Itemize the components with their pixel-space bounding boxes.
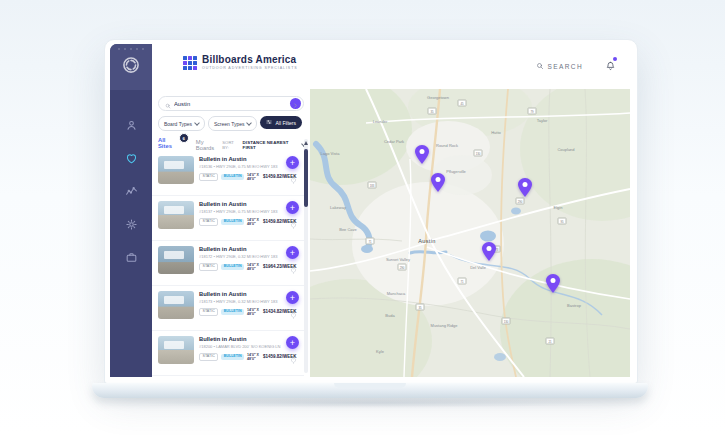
notifications-button[interactable]: [605, 58, 616, 76]
add-to-cart-button[interactable]: +: [286, 336, 299, 349]
list-scrollbar[interactable]: [304, 139, 308, 373]
listings-panel: Board Types Screen Types All Filters All: [152, 89, 311, 377]
add-to-cart-button[interactable]: +: [286, 291, 299, 304]
top-header: Billboards America OUTDOOR ADVERTISING S…: [152, 44, 630, 90]
billboard-thumbnail: [158, 336, 194, 364]
bulletin-badge: BULLETIN: [221, 354, 244, 360]
app-logo-tile[interactable]: [110, 44, 152, 90]
sidebar-item-portfolio[interactable]: [110, 240, 152, 273]
laptop-mockup: Billboards America OUTDOOR ADVERTISING S…: [104, 39, 638, 384]
billboard-card[interactable]: Bulletin in Austin #18137 • HWY 290E, 0.…: [152, 196, 304, 241]
board-types-dropdown[interactable]: Board Types: [158, 116, 205, 131]
chevron-right-icon: [293, 96, 298, 111]
basemap: [310, 89, 630, 377]
billboard-card[interactable]: Bulletin in Austin #18173 • HWY 290E, 0.…: [152, 286, 304, 331]
sort-value: DISTANCE NEAREST FIRST: [243, 140, 301, 150]
page-background: Billboards America OUTDOOR ADVERTISING S…: [0, 0, 725, 435]
location-search-input[interactable]: [171, 101, 290, 107]
card-title: Bulletin in Austin: [199, 291, 298, 297]
laptop-screen: Billboards America OUTDOOR ADVERTISING S…: [110, 44, 630, 377]
billboard-card[interactable]: Bulletin in Austin #18136 • HWY 290E, 0.…: [152, 151, 304, 196]
static-badge: STATIC: [199, 218, 218, 226]
map-pin-icon[interactable]: [482, 242, 496, 261]
favorite-heart-icon[interactable]: [290, 260, 297, 278]
tab-my-boards[interactable]: My Boards: [196, 139, 222, 151]
billboard-card[interactable]: Bulletin in Austin #18201 • LAMAR BLVD 2…: [152, 376, 304, 377]
tab-all-sites[interactable]: All Sites 6: [158, 137, 180, 152]
map-canvas[interactable]: GeorgetownLeanderCedar ParkRound RockHut…: [310, 89, 630, 377]
brand[interactable]: Billboards America OUTDOOR ADVERTISING S…: [183, 55, 298, 71]
global-search-button[interactable]: SEARCH: [536, 62, 584, 71]
favorite-heart-icon[interactable]: [290, 215, 297, 233]
board-size: 14'0" X 48'0": [247, 353, 259, 362]
card-subtitle: #18173 • HWY 290E, 0.32 MI E/O HWY 183: [199, 299, 298, 304]
card-title: Bulletin in Austin: [199, 336, 298, 342]
bulletin-badge: BULLETIN: [221, 309, 244, 315]
billboard-thumbnail: [158, 156, 194, 184]
add-to-cart-button[interactable]: +: [286, 156, 299, 169]
chevron-down-icon: [247, 120, 253, 126]
map-pin-icon[interactable]: [518, 178, 532, 197]
sidebar-item-profile[interactable]: [110, 108, 152, 141]
board-size: 14'0" X 48'0": [247, 218, 259, 227]
briefcase-icon: [125, 250, 138, 263]
favorite-heart-icon[interactable]: [290, 170, 297, 188]
screen-types-dropdown[interactable]: Screen Types: [208, 116, 257, 131]
card-subtitle: #18172 • HWY 290E, 0.32 MI E/O HWY 183: [199, 254, 298, 259]
board-size-line2: 48'0": [247, 312, 259, 316]
brand-logo-icon: [183, 56, 197, 70]
sidebar-item-analytics[interactable]: [110, 174, 152, 207]
sort-dropdown[interactable]: SORT BY: DISTANCE NEAREST FIRST: [222, 140, 306, 150]
billboard-thumbnail: [158, 246, 194, 274]
add-to-cart-button[interactable]: +: [286, 246, 299, 259]
brand-name: Billboards America: [202, 55, 298, 65]
sliders-icon: [266, 119, 272, 126]
search-label: SEARCH: [548, 63, 584, 70]
all-sites-count-badge: 6: [179, 133, 189, 143]
scrollbar-thumb[interactable]: [304, 149, 308, 207]
billboard-list: Bulletin in Austin #18136 • HWY 290E, 0.…: [152, 151, 304, 377]
card-title: Bulletin in Austin: [199, 156, 298, 162]
static-badge: STATIC: [199, 263, 218, 271]
sidebar-nav: [110, 108, 152, 273]
filter-row: Board Types Screen Types All Filters: [158, 116, 304, 131]
heart-icon: [125, 151, 138, 164]
all-filters-button[interactable]: All Filters: [260, 116, 302, 129]
swirl-logo-icon: [121, 55, 141, 79]
laptop-shadow: [140, 398, 600, 408]
favorite-heart-icon[interactable]: [290, 305, 297, 323]
static-badge: STATIC: [199, 353, 218, 361]
card-stats: STATIC BULLETIN 14'0" X 48'0" $1964.23/W…: [199, 263, 298, 272]
add-to-cart-button[interactable]: +: [286, 201, 299, 214]
map-pin-icon[interactable]: [431, 173, 445, 192]
map-pin-icon[interactable]: [546, 274, 560, 293]
billboard-thumbnail: [158, 201, 194, 229]
sidebar-item-favorites[interactable]: [110, 141, 152, 174]
board-size-line2: 48'0": [247, 177, 259, 181]
bulletin-badge: BULLETIN: [221, 219, 244, 225]
billboard-card[interactable]: Bulletin in Austin #18200 • LAMAR BLVD 2…: [152, 331, 304, 376]
static-badge: STATIC: [199, 173, 218, 181]
sidebar: [110, 44, 152, 377]
gear-icon: [125, 217, 138, 230]
card-stats: STATIC BULLETIN 14'0" X 48'0" $1459.82/W…: [199, 218, 298, 227]
board-types-label: Board Types: [164, 121, 192, 127]
card-stats: STATIC BULLETIN 14'0" X 48'0" $1434.82/W…: [199, 308, 298, 317]
tabs-row: All Sites 6 My Boards SORT BY: DISTANCE …: [158, 137, 306, 152]
card-title: Bulletin in Austin: [199, 201, 298, 207]
scroll-up-arrow-icon[interactable]: [304, 141, 308, 145]
tab-all-sites-label: All Sites: [158, 137, 172, 149]
map-pin-icon[interactable]: [415, 145, 429, 164]
board-size: 14'0" X 48'0": [247, 308, 259, 317]
search-submit-button[interactable]: [290, 98, 301, 109]
favorite-heart-icon[interactable]: [290, 350, 297, 368]
search-icon: [536, 62, 544, 71]
sidebar-item-settings[interactable]: [110, 207, 152, 240]
screen-types-label: Screen Types: [214, 121, 244, 127]
board-size: 14'0" X 48'0": [247, 173, 259, 182]
card-title: Bulletin in Austin: [199, 246, 298, 252]
location-search-field: [158, 96, 304, 111]
chevron-down-icon: [194, 120, 200, 126]
billboard-card[interactable]: Bulletin in Austin #18172 • HWY 290E, 0.…: [152, 241, 304, 286]
board-size-line2: 48'0": [247, 357, 259, 361]
